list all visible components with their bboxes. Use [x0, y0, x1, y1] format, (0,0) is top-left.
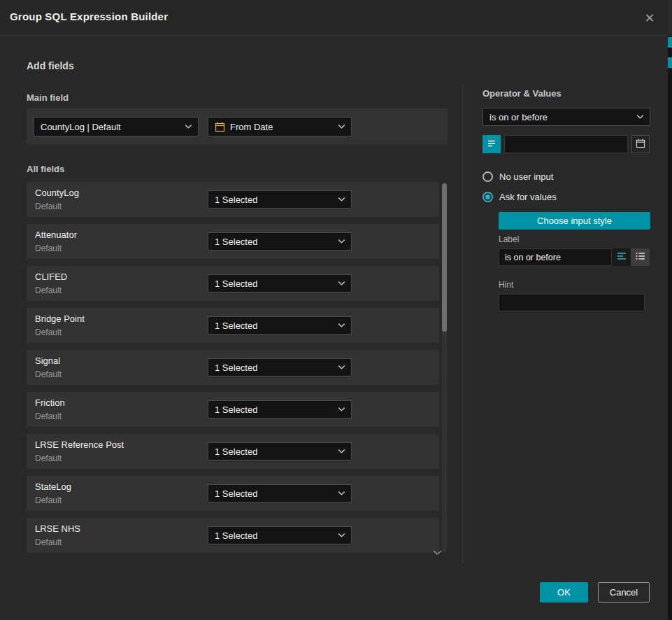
field-name: LRSE Reference Post	[35, 439, 124, 450]
chevron-down-icon	[338, 125, 345, 129]
field-row: StateLog Default 1 Selected	[27, 476, 439, 511]
radio-no-user-input[interactable]: No user input	[482, 171, 553, 182]
field-sublabel: Default	[35, 327, 62, 337]
dropdown-value: is on or before	[489, 112, 548, 122]
radio-icon	[482, 171, 493, 182]
dialog-header: Group SQL Expression Builder ✕	[0, 0, 668, 36]
dropdown-value: 1 Selected	[215, 404, 257, 415]
field-row: CountyLog Default 1 Selected	[27, 182, 439, 217]
column-divider	[462, 84, 463, 563]
field-row: Attenuator Default 1 Selected	[27, 224, 439, 259]
calendar-button[interactable]	[631, 135, 650, 153]
radio-label: No user input	[499, 171, 553, 182]
page-edge-accent	[668, 57, 672, 68]
chevron-down-icon	[338, 197, 345, 202]
field-sublabel: Default	[35, 202, 62, 211]
operator-dropdown[interactable]: is on or before	[482, 108, 650, 126]
field-name: CountyLog	[35, 188, 79, 198]
chevron-down-icon	[185, 125, 192, 129]
field-lines-icon	[487, 139, 496, 150]
cancel-button[interactable]: Cancel	[598, 582, 650, 603]
field-values-dropdown[interactable]: 1 Selected	[208, 442, 352, 460]
all-fields-label: All fields	[27, 164, 64, 174]
calendar-icon	[636, 139, 645, 150]
radio-ask-for-values[interactable]: Ask for values	[482, 192, 557, 202]
field-values-dropdown[interactable]: 1 Selected	[208, 526, 352, 544]
field-sublabel: Default	[35, 286, 62, 295]
set-from-field-button[interactable]	[482, 135, 501, 153]
list-input-style-icon	[636, 252, 645, 262]
chevron-down-icon	[338, 281, 345, 286]
dropdown-value: 1 Selected	[215, 279, 257, 289]
label-caption: Label	[499, 234, 519, 244]
dropdown-value: 1 Selected	[215, 488, 257, 499]
list-scrollbar[interactable]	[442, 182, 447, 553]
main-date-field-dropdown[interactable]: From Date	[208, 117, 352, 136]
field-values-dropdown[interactable]: 1 Selected	[208, 358, 352, 376]
field-values-dropdown[interactable]: 1 Selected	[208, 484, 352, 502]
scroll-down-icon[interactable]	[433, 550, 442, 556]
ok-button[interactable]: OK	[540, 582, 588, 603]
radio-icon-checked	[482, 192, 493, 202]
choose-input-style-button[interactable]: Choose input style	[499, 212, 650, 230]
field-name: Bridge Point	[35, 313, 85, 324]
chevron-down-icon	[338, 239, 345, 244]
dropdown-value: CountyLog | Default	[41, 122, 121, 132]
chevron-down-icon	[338, 407, 345, 412]
page-edge-strip	[668, 36, 672, 620]
list-input-style-button[interactable]	[631, 248, 650, 266]
text-input-style-icon	[617, 252, 627, 262]
dropdown-value: 1 Selected	[215, 195, 257, 205]
field-sublabel: Default	[35, 537, 62, 547]
field-name: Signal	[35, 355, 60, 366]
field-sublabel: Default	[35, 495, 62, 505]
field-row: LRSE NHS Default 1 Selected	[27, 518, 439, 553]
dropdown-value: 1 Selected	[215, 530, 257, 541]
scrollbar-thumb[interactable]	[442, 183, 447, 332]
field-name: StateLog	[35, 481, 71, 492]
chevron-down-icon	[338, 533, 345, 538]
field-name: Attenuator	[35, 230, 77, 240]
add-fields-heading: Add fields	[27, 60, 74, 71]
field-row: Friction Default 1 Selected	[27, 392, 439, 427]
chevron-down-icon	[338, 491, 345, 496]
group-sql-expression-builder-dialog: Group SQL Expression Builder ✕ Add field…	[0, 0, 672, 620]
field-sublabel: Default	[35, 369, 62, 379]
field-name: Friction	[35, 397, 65, 408]
radio-label: Ask for values	[499, 192, 557, 202]
dropdown-value: 1 Selected	[215, 320, 257, 331]
dropdown-value: 1 Selected	[215, 446, 257, 457]
field-row: LRSE Reference Post Default 1 Selected	[27, 434, 439, 469]
main-field-panel: CountyLog | Default From Date	[27, 108, 448, 145]
single-input-style-button[interactable]	[612, 248, 631, 266]
field-values-dropdown[interactable]: 1 Selected	[208, 316, 352, 334]
field-name: CLIFED	[35, 272, 67, 282]
field-values-dropdown[interactable]: 1 Selected	[208, 232, 352, 251]
main-layer-dropdown[interactable]: CountyLog | Default	[34, 117, 199, 136]
operator-values-heading: Operator & Values	[482, 88, 562, 99]
hint-input[interactable]	[499, 294, 645, 311]
field-sublabel: Default	[35, 411, 62, 421]
main-field-label: Main field	[27, 92, 69, 103]
value-input[interactable]	[504, 135, 628, 153]
field-values-dropdown[interactable]: 1 Selected	[208, 274, 352, 293]
chevron-down-icon	[338, 449, 345, 454]
dropdown-value: From Date	[230, 122, 273, 132]
page-edge-accent	[668, 37, 672, 48]
field-row: CLIFED Default 1 Selected	[27, 266, 439, 301]
field-row: Bridge Point Default 1 Selected	[27, 308, 439, 343]
dropdown-value: 1 Selected	[215, 362, 257, 373]
field-sublabel: Default	[35, 453, 62, 463]
dialog-title: Group SQL Expression Builder	[10, 10, 168, 22]
field-sublabel: Default	[35, 244, 62, 253]
field-values-dropdown[interactable]: 1 Selected	[208, 400, 352, 418]
field-row: Signal Default 1 Selected	[27, 350, 439, 385]
chevron-down-icon	[636, 115, 644, 120]
chevron-down-icon	[338, 323, 345, 328]
chevron-down-icon	[338, 365, 345, 370]
field-name: LRSE NHS	[35, 523, 80, 534]
dropdown-value: 1 Selected	[215, 237, 257, 247]
label-input[interactable]	[499, 248, 612, 266]
field-values-dropdown[interactable]: 1 Selected	[208, 190, 352, 209]
close-button[interactable]: ✕	[640, 8, 659, 28]
